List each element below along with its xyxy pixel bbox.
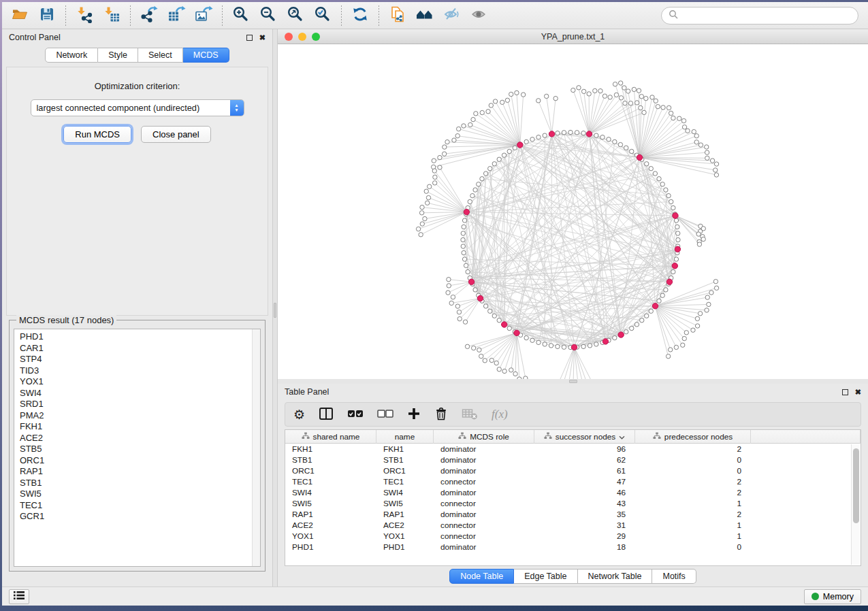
export-table-button[interactable] [163, 4, 190, 27]
mcds-result-item[interactable]: TEC1 [20, 500, 260, 512]
show-all-button[interactable] [466, 4, 493, 27]
mcds-result-list[interactable]: PHD1CAR1STP4TID3YOX1SWI4SRD1PMA2FKH1ACE2… [14, 329, 261, 567]
cell-shared-name: SWI4 [285, 487, 376, 498]
mcds-result-item[interactable]: YOX1 [20, 376, 260, 388]
cell-predecessor-nodes: 0 [635, 465, 751, 476]
maximize-window-icon[interactable] [312, 33, 320, 41]
table-row[interactable]: RAP1RAP1dominator352 [285, 509, 861, 520]
import-table-button[interactable] [98, 4, 125, 27]
float-panel-icon[interactable] [842, 389, 848, 395]
zoom-in-button[interactable] [227, 4, 255, 27]
mcds-result-item[interactable]: ACE2 [20, 433, 260, 444]
memory-status-icon [811, 593, 819, 600]
mcds-result-item[interactable]: PMA2 [20, 410, 260, 422]
column-panel-icon [319, 407, 334, 423]
mcds-result-item[interactable]: SRD1 [20, 399, 260, 410]
splitter-grip[interactable] [569, 380, 577, 383]
cell-successor-nodes: 18 [534, 542, 635, 552]
column-panel-button[interactable] [319, 405, 334, 424]
hide-selected-button[interactable] [438, 4, 466, 27]
table-row[interactable]: SWI4SWI4dominator462 [285, 487, 861, 498]
vertical-splitter[interactable] [272, 29, 278, 587]
table-row[interactable]: ACE2ACE2connector311 [285, 520, 861, 531]
tab-select[interactable]: Select [138, 48, 183, 63]
select-all-button[interactable] [347, 405, 364, 424]
table-row[interactable]: STB1STB1dominator620 [285, 455, 861, 465]
mcds-result-item[interactable]: STB5 [20, 444, 260, 455]
run-mcds-button[interactable]: Run MCDS [63, 126, 131, 143]
column-header-name[interactable]: name [376, 430, 434, 444]
column-label: successor nodes [556, 432, 616, 442]
gear-button[interactable]: ⚙ [293, 405, 305, 424]
table-row[interactable]: ORC1ORC1dominator610 [285, 465, 861, 476]
task-history-button[interactable] [9, 589, 29, 604]
horizontal-splitter[interactable] [278, 379, 868, 384]
mcds-result-item[interactable]: GCR1 [20, 511, 260, 523]
close-panel-icon[interactable]: ✖ [259, 33, 266, 42]
dominator-node [652, 303, 658, 309]
first-neighbors-button[interactable] [411, 4, 438, 27]
table-row[interactable]: FKH1FKH1dominator962 [285, 444, 861, 455]
mcds-result-item[interactable]: STB1 [20, 478, 260, 489]
mcds-result-item[interactable]: FKH1 [20, 421, 260, 433]
column-header-shared-name[interactable]: shared name [285, 430, 376, 444]
tab-network-table[interactable]: Network Table [578, 569, 653, 584]
splitter-grip[interactable] [274, 303, 276, 318]
column-header-predecessor-nodes[interactable]: predecessor nodes [635, 430, 751, 444]
table-scrollbar[interactable] [851, 444, 860, 565]
minimize-window-icon[interactable] [298, 33, 306, 41]
tab-style[interactable]: Style [98, 48, 138, 63]
export-network-button[interactable] [135, 4, 163, 27]
search-input[interactable] [683, 11, 851, 20]
table-row[interactable]: TEC1TEC1connector472 [285, 476, 861, 487]
memory-button[interactable]: Memory [804, 589, 861, 604]
mcds-list-scrollbar[interactable] [252, 329, 260, 566]
cell-mcds-role: dominator [434, 542, 534, 552]
table-row[interactable]: SWI5SWI5connector431 [285, 498, 861, 509]
zoom-selected-button[interactable] [309, 4, 336, 27]
mcds-result-item[interactable]: RAP1 [20, 466, 260, 478]
cell-predecessor-nodes: 1 [635, 520, 751, 531]
mcds-result-item[interactable]: PHD1 [20, 331, 260, 343]
mcds-result-item[interactable]: SWI4 [20, 388, 260, 399]
export-image-button[interactable] [190, 4, 217, 27]
tab-network[interactable]: Network [45, 48, 98, 63]
delete-column-button[interactable] [434, 405, 448, 424]
network-canvas[interactable] [278, 44, 868, 379]
close-panel-button[interactable]: Close panel [141, 126, 211, 143]
mcds-result-item[interactable]: SWI5 [20, 489, 260, 500]
criterion-dropdown[interactable]: largest connected component (undirected)… [31, 99, 244, 116]
duplicate-network-button[interactable] [384, 4, 411, 27]
refresh-button[interactable] [347, 4, 374, 27]
add-column-button[interactable] [407, 405, 421, 424]
column-header-mcds-role[interactable]: MCDS role [434, 430, 534, 444]
table-tabs: Node TableEdge TableNetwork TableMotifs [449, 569, 696, 584]
table-scrollbar-thumb[interactable] [853, 448, 859, 523]
deselect-all-button[interactable] [377, 405, 393, 424]
network-window-titlebar[interactable]: YPA_prune.txt_1 [278, 29, 868, 44]
table-row[interactable]: YOX1YOX1connector291 [285, 531, 861, 542]
mcds-result-item[interactable]: CAR1 [20, 343, 260, 354]
toolbar-separator [379, 5, 379, 26]
function-builder-button[interactable]: f(x) [492, 405, 508, 424]
save-session-button[interactable] [33, 4, 61, 27]
table-row[interactable]: PHD1PHD1dominator180 [285, 542, 861, 552]
tab-edge-table[interactable]: Edge Table [514, 569, 577, 584]
close-window-icon[interactable] [285, 33, 293, 41]
tab-mcds[interactable]: MCDS [183, 48, 229, 63]
delete-table-button[interactable] [462, 405, 478, 424]
open-file-button[interactable] [6, 4, 33, 27]
column-header-successor-nodes[interactable]: successor nodes [534, 430, 635, 444]
tab-node-table[interactable]: Node Table [449, 569, 514, 584]
mcds-result-item[interactable]: TID3 [20, 365, 260, 377]
float-panel-icon[interactable] [246, 35, 253, 41]
cell-successor-nodes: 47 [534, 476, 635, 487]
close-panel-icon[interactable]: ✖ [855, 388, 861, 397]
zoom-fit-button[interactable] [282, 4, 309, 27]
tab-motifs[interactable]: Motifs [652, 569, 696, 584]
mcds-result-item[interactable]: ORC1 [20, 455, 260, 467]
mcds-result-item[interactable]: STP4 [20, 354, 260, 365]
table-header-row: shared namenameMCDS rolesuccessor nodesp… [285, 430, 861, 444]
import-network-button[interactable] [71, 4, 98, 27]
zoom-out-button[interactable] [255, 4, 282, 27]
